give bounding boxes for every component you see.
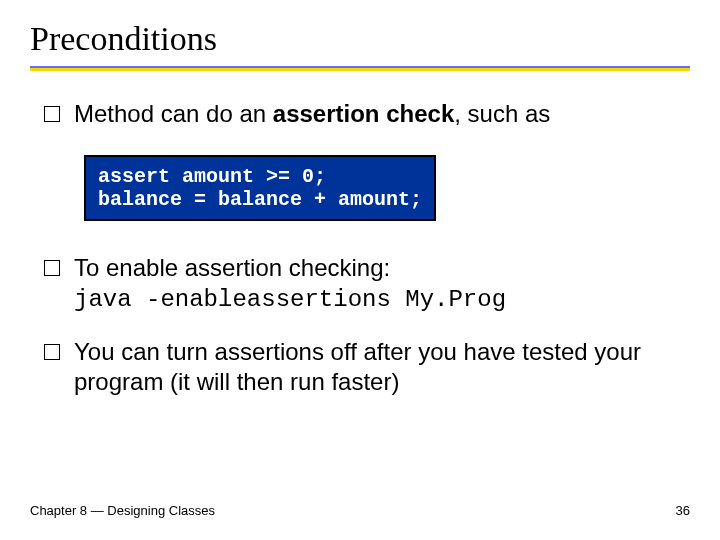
bullet-item: To enable assertion checking: java -enab… [44,253,690,315]
footer: Chapter 8 — Designing Classes 36 [30,503,690,518]
text-fragment: To enable assertion checking: [74,254,390,281]
content-area: Method can do an assertion check, such a… [30,71,690,397]
bullet-text: To enable assertion checking: java -enab… [74,253,506,315]
bullet-icon [44,106,60,122]
slide-title: Preconditions [30,20,690,64]
footer-left: Chapter 8 — Designing Classes [30,503,215,518]
slide: Preconditions Method can do an assertion… [0,0,720,540]
page-number: 36 [676,503,690,518]
title-block: Preconditions [30,20,690,71]
bullet-text: You can turn assertions off after you ha… [74,337,690,397]
text-fragment: Method can do an [74,100,273,127]
code-inline: java -enableassertions My.Prog [74,286,506,313]
code-line: balance = balance + amount; [98,188,422,211]
code-block: assert amount >= 0; balance = balance + … [84,155,436,221]
bullet-icon [44,344,60,360]
bullet-item: You can turn assertions off after you ha… [44,337,690,397]
bullet-text: Method can do an assertion check, such a… [74,99,550,129]
code-line: assert amount >= 0; [98,165,422,188]
text-fragment: , such as [454,100,550,127]
text-bold: assertion check [273,100,454,127]
bullet-item: Method can do an assertion check, such a… [44,99,690,129]
bullet-icon [44,260,60,276]
